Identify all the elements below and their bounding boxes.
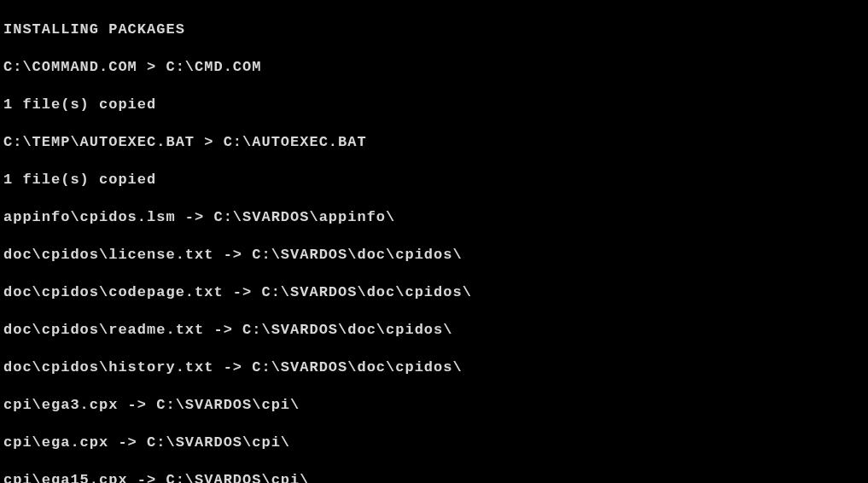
terminal-line: doc\cpidos\readme.txt -> C:\SVARDOS\doc\…	[3, 321, 865, 340]
terminal-line: doc\cpidos\history.txt -> C:\SVARDOS\doc…	[3, 358, 865, 377]
terminal-output: INSTALLING PACKAGES C:\COMMAND.COM > C:\…	[3, 2, 865, 483]
terminal-line: C:\TEMP\AUTOEXEC.BAT > C:\AUTOEXEC.BAT	[3, 133, 865, 152]
terminal-line: cpi\ega.cpx -> C:\SVARDOS\cpi\	[3, 434, 865, 452]
terminal-line: doc\cpidos\codepage.txt -> C:\SVARDOS\do…	[3, 283, 865, 302]
terminal-line: doc\cpidos\license.txt -> C:\SVARDOS\doc…	[3, 246, 865, 265]
terminal-line: cpi\ega15.cpx -> C:\SVARDOS\cpi\	[3, 471, 865, 483]
terminal-line: 1 file(s) copied	[3, 96, 865, 114]
terminal-line: cpi\ega3.cpx -> C:\SVARDOS\cpi\	[3, 396, 865, 415]
terminal-line: appinfo\cpidos.lsm -> C:\SVARDOS\appinfo…	[3, 208, 865, 227]
terminal-line: 1 file(s) copied	[3, 171, 865, 189]
terminal-line: C:\COMMAND.COM > C:\CMD.COM	[3, 58, 865, 77]
terminal-line: INSTALLING PACKAGES	[3, 20, 865, 39]
